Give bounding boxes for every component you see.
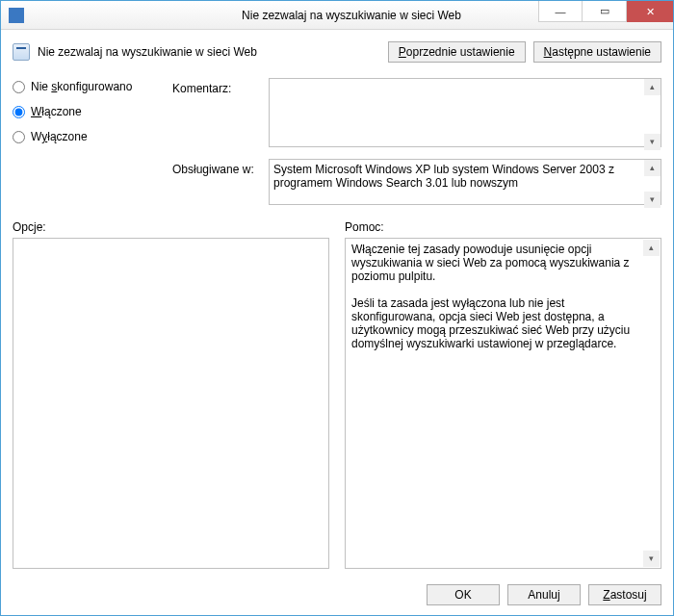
maximize-button[interactable]: ▭ [583,1,627,22]
cancel-button[interactable]: Anuluj [507,584,581,605]
scroll-down-icon[interactable]: ▾ [643,551,660,567]
apply-button[interactable]: Zastosuj [588,584,661,605]
comment-label: Komentarz: [172,78,259,151]
state-radios: Nie skonfigurowano Włączone Wyłączone [13,78,157,209]
radio-enabled[interactable]: Włączone [13,105,157,118]
previous-setting-button[interactable]: Poprzednie ustawienie [388,41,526,63]
options-panel: Opcje: [13,220,329,569]
radio-disabled-input[interactable] [13,131,25,143]
lower-panels: Opcje: Pomoc: Włączenie tej zasady powod… [13,220,661,569]
radio-enabled-label: Włączone [31,105,82,118]
radio-not-configured-input[interactable] [13,81,25,93]
policy-title: Nie zezwalaj na wyszukiwanie w sieci Web [38,45,380,59]
app-icon [9,8,24,23]
nav-buttons: Poprzednie ustawienie Następne ustawieni… [388,41,661,63]
policy-icon [13,43,30,61]
comment-textarea[interactable] [269,78,661,147]
dialog-body: Nie zezwalaj na wyszukiwanie w sieci Web… [1,30,673,575]
minimize-button[interactable]: — [538,1,583,22]
supported-label: Obsługiwane w: [172,159,259,209]
header-row: Nie zezwalaj na wyszukiwanie w sieci Web… [13,38,661,72]
help-body[interactable]: Włączenie tej zasady powoduje usunięcie … [345,238,661,569]
fields-column: Komentarz: ▴ ▾ Obsługiwane w: ▴ [172,78,661,209]
window-buttons: — ▭ ✕ [538,1,673,22]
help-panel: Pomoc: Włączenie tej zasady powoduje usu… [345,220,661,569]
config-row: Nie skonfigurowano Włączone Wyłączone Ko… [13,78,661,209]
help-scroll: ▴ ▾ [643,240,660,567]
supported-row: Obsługiwane w: ▴ ▾ [172,159,661,209]
supported-textarea [269,159,661,205]
help-label: Pomoc: [345,220,661,234]
options-label: Opcje: [13,220,329,234]
radio-not-configured[interactable]: Nie skonfigurowano [13,80,157,93]
close-button[interactable]: ✕ [627,1,673,22]
titlebar[interactable]: Nie zezwalaj na wyszukiwanie w sieci Web… [1,1,673,30]
dialog-footer: OK Anuluj Zastosuj [1,575,673,615]
policy-dialog: Nie zezwalaj na wyszukiwanie w sieci Web… [0,0,674,616]
scroll-up-icon[interactable]: ▴ [643,240,660,256]
options-body[interactable] [13,238,329,569]
radio-enabled-input[interactable] [13,106,25,118]
radio-disabled[interactable]: Wyłączone [13,130,157,143]
radio-not-configured-label: Nie skonfigurowano [31,80,132,93]
supported-wrap: ▴ ▾ [269,159,661,209]
ok-button[interactable]: OK [427,584,500,605]
comment-wrap: ▴ ▾ [269,78,661,151]
radio-disabled-label: Wyłączone [31,130,88,143]
comment-row: Komentarz: ▴ ▾ [172,78,661,151]
next-setting-button[interactable]: Następne ustawienie [533,41,661,63]
